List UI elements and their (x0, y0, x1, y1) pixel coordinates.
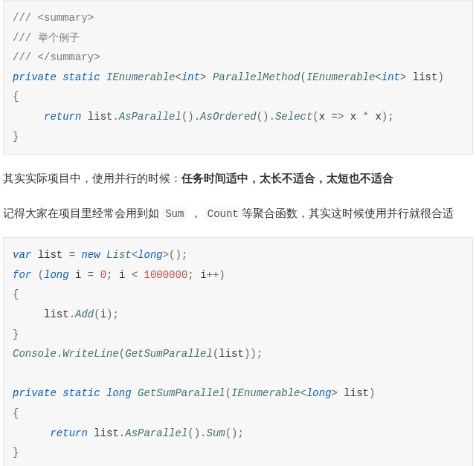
kw: private (13, 387, 57, 399)
kw: new (81, 249, 100, 261)
brace: { (13, 91, 19, 103)
ident: x (375, 111, 381, 123)
kw: long (44, 269, 69, 281)
method: AsParallel (125, 427, 187, 439)
kw: var (13, 249, 31, 261)
kw: long (306, 387, 332, 399)
ident: i (119, 269, 125, 281)
method: WriteLine (62, 348, 119, 360)
kw: int (181, 71, 200, 83)
ident: i (100, 308, 106, 320)
brace: } (13, 329, 19, 340)
kw: static (62, 71, 100, 83)
kw: for (13, 269, 31, 281)
kw: static (62, 387, 100, 399)
brace: { (13, 407, 19, 419)
param: list (344, 387, 369, 399)
ident: list (94, 427, 119, 439)
brace: { (13, 288, 19, 300)
kw: return (44, 111, 81, 123)
ident: i (75, 269, 81, 281)
number: 0 (100, 269, 106, 281)
brace: } (13, 447, 19, 459)
param: list (413, 71, 438, 83)
brace: } (13, 131, 19, 143)
method: Sum (207, 427, 225, 439)
code-block-1: /// <summary> /// 举个例子 /// </summary> pr… (3, 0, 473, 155)
comment-line: /// </summary> (13, 51, 100, 63)
type: IEnumerable (106, 71, 175, 83)
text: ， (187, 207, 204, 219)
method: GetSumParallel (138, 387, 225, 399)
kw: long (138, 249, 163, 261)
code-block-2: var list = new List<long>(); for (long i… (3, 237, 473, 466)
method: ParallelMethod (213, 71, 300, 83)
inline-code-sum: Sum (162, 207, 187, 221)
method: Select (275, 111, 312, 123)
ident: list (219, 348, 244, 360)
type: IEnumerable (306, 71, 375, 83)
bold-text: 任务时间适中，太长不适合，太短也不适合 (181, 172, 393, 184)
text: 等聚合函数，其实这时候使用并行就很合适 (242, 207, 454, 219)
method: AsOrdered (200, 111, 257, 123)
ident: i (200, 269, 206, 281)
method: Add (75, 308, 94, 320)
method: AsParallel (119, 111, 181, 123)
paragraph-2: 记得大家在项目里经常会用到如 Sum ， Count等聚合函数，其实这时候使用并… (3, 203, 473, 224)
paragraph-1: 其实实际项目中，使用并行的时候：任务时间适中，太长不适合，太短也不适合 (3, 168, 473, 190)
text: 其实实际项目中，使用并行的时候： (3, 172, 181, 184)
number: 1000000 (144, 269, 188, 281)
type: Console (13, 348, 57, 360)
method: GetSumParallel (125, 348, 213, 360)
inline-code-count: Count (205, 207, 242, 221)
kw: private (13, 71, 57, 83)
kw: return (50, 427, 87, 439)
ident: list (88, 111, 113, 123)
kw: long (106, 387, 132, 399)
ident: x (350, 111, 356, 123)
ident: list (44, 308, 69, 320)
type: List (106, 249, 132, 261)
type: IEnumerable (231, 387, 300, 399)
ident: x (319, 111, 325, 123)
text: 记得大家在项目里经常会用到如 (3, 207, 162, 219)
ident: list (38, 249, 63, 261)
comment-line: /// 举个例子 (13, 32, 80, 44)
kw: int (382, 71, 400, 83)
comment-line: /// <summary> (13, 12, 94, 24)
